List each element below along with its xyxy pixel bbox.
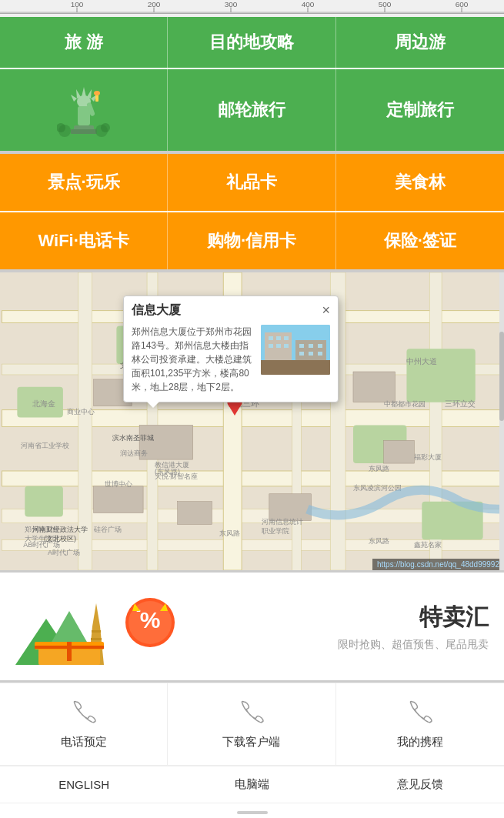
- svg-rect-92: [284, 336, 289, 340]
- svg-text:400: 400: [302, 0, 315, 8]
- svg-rect-120: [67, 642, 72, 661]
- svg-rect-56: [384, 440, 415, 463]
- action-phone-booking[interactable]: 电话预定: [0, 683, 168, 765]
- svg-text:中都都市花园: 中都都市花园: [384, 400, 426, 408]
- nav-custom[interactable]: 定制旅行: [336, 69, 504, 151]
- sale-title: 特卖汇: [208, 602, 489, 633]
- svg-rect-95: [284, 344, 289, 348]
- svg-rect-97: [309, 344, 313, 348]
- svg-rect-94: [276, 344, 281, 348]
- svg-text:硅谷广场: 硅谷广场: [93, 526, 122, 533]
- popup-text: 郑州信息大厦位于郑州市花园路143号。郑州信息大楼由指林公司投资承建。大楼总建筑…: [132, 325, 255, 394]
- svg-marker-17: [71, 95, 77, 102]
- svg-rect-90: [269, 336, 273, 340]
- svg-text:%: %: [140, 607, 161, 633]
- my-ctrip-label: 我的携程: [397, 735, 443, 750]
- svg-marker-108: [92, 603, 100, 626]
- svg-rect-42: [292, 387, 302, 570]
- sale-illustration: % -: [15, 588, 192, 665]
- nav-row-green-1: 旅 游 目的地攻略 周边游: [0, 17, 504, 69]
- svg-rect-20: [78, 106, 90, 125]
- nav-nearby[interactable]: 周边游: [336, 17, 504, 68]
- svg-rect-109: [91, 638, 102, 640]
- svg-rect-100: [309, 352, 313, 356]
- svg-rect-101: [318, 352, 322, 356]
- svg-rect-47: [25, 486, 63, 517]
- sale-text: 特卖汇 限时抢购、超值预售、尾品甩卖: [208, 602, 489, 652]
- nav-insurance[interactable]: 保险·签证: [336, 212, 504, 269]
- svg-text:300: 300: [225, 0, 238, 8]
- svg-text:鑫苑名家: 鑫苑名家: [414, 541, 442, 549]
- svg-rect-32: [2, 471, 502, 486]
- svg-rect-99: [299, 352, 304, 356]
- ruler: 100 200 300 400 500 600: [0, 0, 504, 17]
- nav-row-orange-2: WiFi·电话卡 购物·信用卡 保险·签证: [0, 212, 504, 272]
- svg-text:500: 500: [379, 0, 392, 8]
- svg-text:北海金: 北海金: [32, 399, 55, 408]
- map-url-bar: https://blog.csdn.net/qq_48dd99992: [372, 559, 504, 570]
- svg-text:中州大道: 中州大道: [406, 357, 437, 366]
- svg-rect-91: [276, 336, 281, 340]
- nav-row-green-2: 邮轮旅行 定制旅行: [0, 69, 504, 154]
- svg-rect-54: [269, 494, 312, 521]
- svg-rect-96: [299, 344, 304, 348]
- nav-shopping[interactable]: 购物·信用卡: [168, 212, 335, 269]
- svg-text:商业中心: 商业中心: [67, 408, 95, 416]
- action-download-app[interactable]: 下载客户端: [168, 683, 335, 765]
- svg-text:东风路: 东风路: [219, 529, 240, 537]
- svg-point-104: [322, 363, 330, 371]
- svg-rect-111: [92, 630, 101, 633]
- svg-rect-25: [71, 129, 97, 134]
- svg-text:A时代广场: A时代广场: [48, 549, 80, 556]
- map-popup: 信息大厦 × 郑州信息大厦位于郑州市花园路143号。郑州信息大楼由指林公司投资承…: [123, 295, 339, 402]
- svg-rect-53: [94, 486, 144, 513]
- footer-english[interactable]: ENGLISH: [0, 777, 168, 792]
- svg-text:世博中心: 世博中心: [105, 480, 132, 488]
- popup-image: [261, 325, 330, 375]
- action-my-ctrip[interactable]: 我的携程: [336, 683, 504, 765]
- svg-text:(东风路): (东风路): [155, 468, 180, 476]
- nav-wifi[interactable]: WiFi·电话卡: [0, 212, 168, 269]
- svg-text:河南财经政法大学: 河南财经政法大学: [32, 526, 88, 533]
- footer-links: ENGLISH 电脑端 意见反馈: [0, 766, 504, 803]
- footer-feedback[interactable]: 意见反馈: [336, 777, 504, 792]
- download-app-label: 下载客户端: [222, 735, 280, 750]
- svg-point-23: [94, 91, 100, 95]
- popup-title: 信息大厦: [132, 302, 181, 319]
- svg-text:东风凌滨河公园: 东风凌滨河公园: [353, 484, 402, 492]
- my-ctrip-icon: [408, 699, 432, 729]
- bottom-handle: [237, 811, 268, 814]
- svg-text:河南信息统计: 河南信息统计: [262, 518, 303, 526]
- svg-text:职业学院: 职业学院: [262, 527, 289, 535]
- nav-scenic[interactable]: 景点·玩乐: [0, 154, 168, 211]
- svg-rect-102: [261, 369, 330, 375]
- bottom-actions: 电话预定 下载客户端 我的携程: [0, 683, 504, 766]
- phone-booking-label: 电话预定: [61, 735, 107, 750]
- svg-text:河南省工业学校: 河南省工业学校: [21, 442, 69, 449]
- sale-section: % - 特卖汇 限时抢购、超值预售、尾品甩卖: [0, 573, 504, 683]
- popup-close-button[interactable]: ×: [322, 302, 330, 319]
- svg-text:东风路: 东风路: [369, 537, 389, 545]
- sale-subtitle: 限时抢购、超值预售、尾品甩卖: [208, 638, 489, 652]
- bottom-bar: [0, 803, 504, 818]
- svg-rect-98: [318, 344, 322, 348]
- nav-destination[interactable]: 目的地攻略: [168, 17, 335, 68]
- svg-text:滨水南圣菲城: 滨水南圣菲城: [112, 434, 154, 442]
- svg-text:润达商务: 润达商务: [120, 449, 148, 457]
- phone-icon: [72, 699, 96, 729]
- svg-point-29: [101, 123, 110, 132]
- svg-text:100: 100: [71, 0, 84, 8]
- nav-cruise[interactable]: 邮轮旅行: [168, 69, 335, 151]
- nav-row-orange-1: 景点·玩乐 礼品卡 美食林: [0, 154, 504, 212]
- svg-text:200: 200: [148, 0, 161, 8]
- svg-rect-121: [35, 646, 104, 649]
- nav-food[interactable]: 美食林: [336, 154, 504, 211]
- svg-text:福彩大厦: 福彩大厦: [414, 453, 442, 461]
- nav-statue-icon[interactable]: [0, 69, 168, 151]
- svg-text:(文北校区): (文北校区): [44, 535, 76, 543]
- nav-gift[interactable]: 礼品卡: [168, 154, 335, 211]
- map-section[interactable]: 北三环 大学·北区 三环立交 中州大道 北海金 商业中心 河南省工业学校 郑州轻…: [0, 272, 504, 573]
- footer-pc-version[interactable]: 电脑端: [168, 777, 335, 792]
- download-icon: [239, 699, 264, 729]
- nav-travel[interactable]: 旅 游: [0, 17, 168, 68]
